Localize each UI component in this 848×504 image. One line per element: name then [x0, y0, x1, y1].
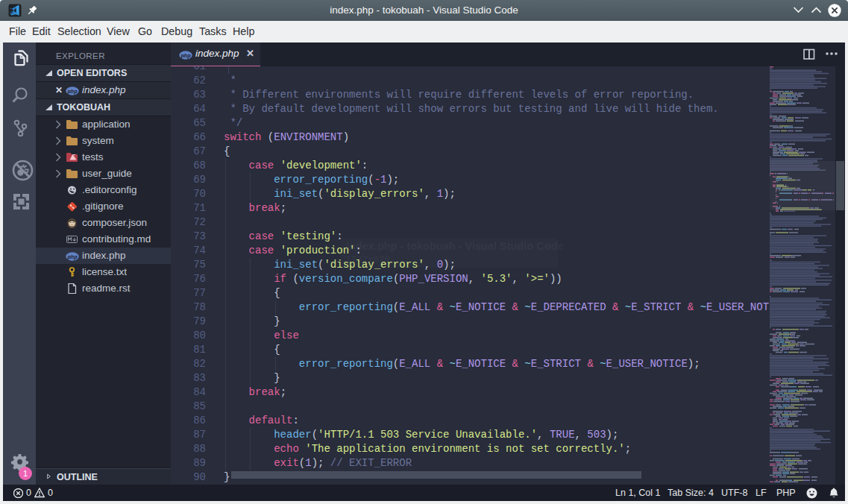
- svg-text:php: php: [67, 254, 78, 260]
- svg-text:php: php: [67, 89, 78, 95]
- svg-text:php: php: [180, 53, 192, 59]
